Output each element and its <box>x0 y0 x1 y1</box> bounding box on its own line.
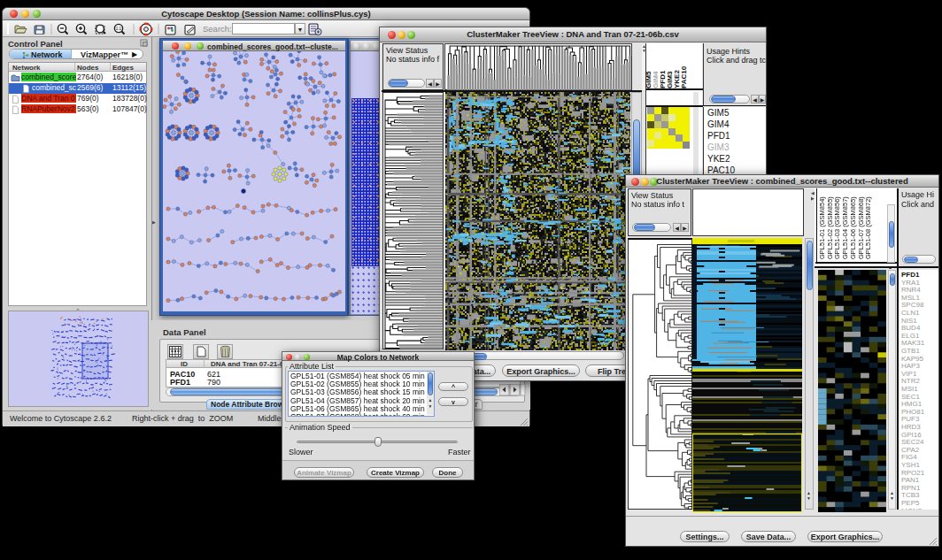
svg-text:1:1: 1:1 <box>116 27 122 31</box>
